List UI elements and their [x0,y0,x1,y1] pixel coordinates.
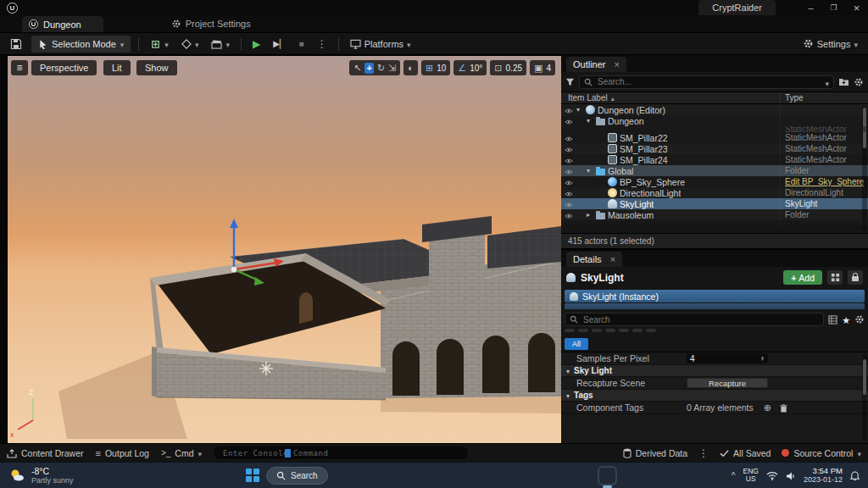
show-flags-dropdown[interactable]: Show [136,60,177,75]
expander-icon[interactable]: ▾ [587,167,593,175]
outliner-row[interactable]: ▾ Dungeon (Editor) [561,104,868,115]
outliner-row[interactable]: SkyLight SkyLight [561,198,868,209]
scale-tool-icon[interactable] [388,64,396,73]
visibility-eye-icon[interactable] [565,210,573,220]
all-filter-pill[interactable]: All [565,338,588,350]
taskbar-app-icon[interactable] [467,468,483,484]
spinner-icon[interactable]: ▲▼ [760,356,765,362]
row-type[interactable]: StaticMeshActor [780,143,868,154]
close-icon[interactable] [615,59,620,69]
scale-snap-icon[interactable] [494,64,502,73]
outliner-search[interactable] [579,75,834,89]
visibility-eye-icon[interactable] [565,166,573,176]
details-lock-button[interactable] [848,270,863,285]
samples-per-pixel-row[interactable]: Samples Per Pixel 4 ▲▼ [561,352,868,365]
add-folder-icon[interactable] [838,77,849,86]
language-switcher[interactable]: ENG US [743,468,759,483]
outliner-row[interactable]: SM_Pillar24 StaticMeshActor [561,154,868,165]
lit-mode-dropdown[interactable]: Lit [103,60,131,75]
add-content-dropdown[interactable] [147,36,172,51]
details-scrollbar[interactable] [862,354,867,441]
play-options-kebab[interactable] [314,36,331,52]
visibility-eye-icon[interactable] [565,188,573,198]
details-search-input[interactable] [581,314,819,325]
outliner-scrollbar[interactable] [862,106,867,231]
row-type[interactable]: SkyLight [780,198,868,209]
clock-widget[interactable]: 3:54 PM 2023-01-12 [804,467,843,485]
selection-mode-dropdown[interactable]: Selection Mode [31,36,131,53]
filter-funnel-icon[interactable] [565,77,575,86]
row-label[interactable]: SkyLight [620,199,654,209]
console-command-field[interactable] [214,446,468,459]
grid-snap-value[interactable]: 10 [437,64,446,73]
row-label[interactable]: SM_Pillar22 [620,133,668,143]
visibility-eye-icon[interactable] [565,155,573,165]
component-instance-row[interactable]: SkyLight (Instance) [565,290,865,302]
weather-widget[interactable]: -8°C Partly sunny [0,467,144,485]
row-label[interactable]: Dungeon (Editor) [598,105,665,115]
clipped-component-row[interactable] [565,303,865,309]
row-type[interactable]: DirectionalLight [780,187,868,198]
rotate-tool-icon[interactable] [377,64,385,73]
taskbar-app-icon[interactable] [577,468,593,484]
taskbar-app-icon[interactable] [555,468,571,484]
outliner-row[interactable]: SM_Pillar22 StaticMeshActor [561,132,868,143]
taskbar-app-icon[interactable] [533,468,549,484]
tab-outliner[interactable]: Outliner [566,57,626,72]
cmd-dropdown[interactable]: >_ Cmd [161,448,202,458]
column-item-label[interactable]: Item Label [568,93,608,103]
outliner-row[interactable]: DirectionalLight DirectionalLight [561,187,868,198]
outliner-row[interactable]: ▾ Global Folder [561,165,868,176]
perspective-dropdown[interactable]: Perspective [31,60,97,75]
volume-icon[interactable] [786,468,796,483]
row-label[interactable]: DirectionalLight [620,188,681,198]
taskbar-app-icon[interactable] [335,468,351,484]
expander-icon[interactable]: ▸ [587,211,593,219]
taskbar-app-icon[interactable] [379,468,395,484]
row-label[interactable]: Dungeon [608,116,644,126]
content-drawer-button[interactable]: Content Drawer [7,448,84,458]
visibility-eye-icon[interactable] [565,116,573,126]
visibility-eye-icon[interactable] [565,199,573,209]
expander-icon[interactable]: ▾ [587,117,593,125]
all-saved-button[interactable]: All Saved [720,448,771,458]
row-type[interactable] [780,220,868,226]
taskbar-app-icon[interactable] [489,468,505,484]
cinematics-dropdown[interactable] [208,37,233,51]
outliner-column-header[interactable]: Item Label Type [561,92,868,104]
taskbar-app-icon[interactable] [401,468,417,484]
move-tool-icon[interactable] [364,63,373,74]
add-component-button[interactable]: Add [783,270,822,285]
tab-dungeon[interactable]: Dungeon [22,16,103,32]
visibility-eye-icon[interactable] [565,105,573,115]
outliner-row[interactable]: BP_Sky_Sphere Edit BP_Sky_Sphere [561,176,868,187]
scrollbar-thumb[interactable] [863,359,866,395]
visibility-eye-icon[interactable] [565,133,573,143]
source-control-button[interactable]: Source Control [782,448,861,458]
samples-per-pixel-input[interactable]: 4 ▲▼ [687,353,768,363]
tab-project-settings[interactable]: Project Settings [163,15,259,32]
scale-snap-value[interactable]: 0.25 [506,64,522,73]
rotation-snap-icon[interactable] [458,64,466,73]
add-element-icon[interactable] [764,402,771,413]
taskbar-app-icon[interactable] [445,468,461,484]
viewport-3d-scene[interactable]: Z x [8,56,561,444]
outliner-search-input[interactable] [596,76,821,87]
grid-snap-icon[interactable] [426,64,433,73]
tab-details[interactable]: Details [566,252,622,267]
visibility-eye-icon[interactable] [565,177,573,187]
row-label[interactable]: SM_Pillar23 [620,144,668,154]
row-label[interactable]: BP_Sky_Sphere [620,177,685,187]
stop-button[interactable]: ■ [296,37,308,50]
outliner-settings-gear-icon[interactable] [854,77,864,87]
skip-button[interactable]: ▶▏ [270,37,289,50]
camera-speed-icon[interactable] [534,64,542,73]
world-space-toggle-icon[interactable] [408,64,414,73]
console-command-input[interactable] [221,448,460,458]
expander-icon[interactable]: ▾ [576,106,583,114]
viewport-options-menu[interactable] [11,60,28,75]
section-tags[interactable]: Tags [561,390,868,402]
outliner-row[interactable]: SM_Pillar23 StaticMeshActor [561,143,868,154]
row-type[interactable] [780,104,868,115]
details-search[interactable] [565,313,824,326]
